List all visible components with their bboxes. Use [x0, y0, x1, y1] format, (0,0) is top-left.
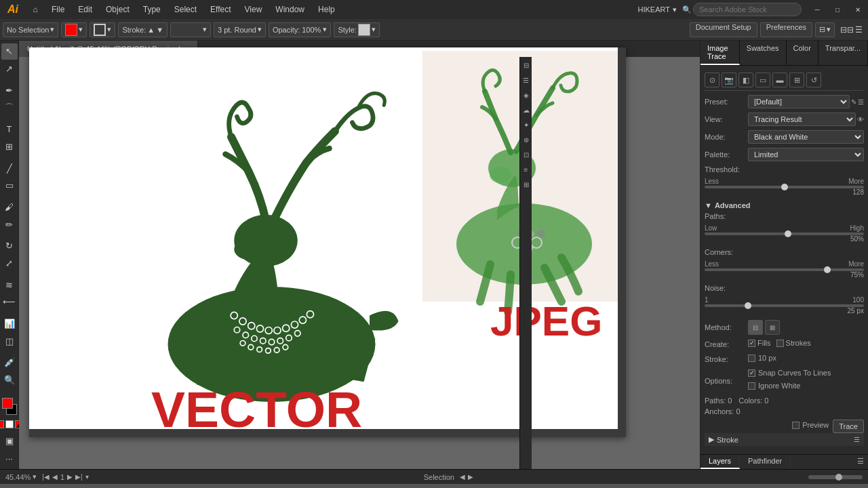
gradient-tool[interactable]: ◫ — [1, 333, 18, 349]
color-chip-red[interactable] — [0, 420, 4, 428]
direct-selection-tool[interactable]: ↗ — [1, 61, 18, 77]
eyedropper-tool[interactable]: 💉 — [1, 354, 18, 371]
pen-tool[interactable]: ✒ — [1, 82, 18, 98]
menu-file[interactable]: File — [45, 0, 71, 19]
preset-menu-icon[interactable]: ☰ — [858, 98, 864, 106]
menu-type[interactable]: Type — [136, 0, 167, 19]
doc-setup-button[interactable]: Document Setup — [690, 22, 757, 37]
zoom-tool[interactable]: 🔍 — [1, 372, 18, 388]
zoom-control[interactable]: 45.44% ▾ — [5, 472, 37, 481]
method-btn1[interactable]: ⊟ — [748, 320, 763, 335]
stroke-color[interactable]: ▾ — [90, 22, 115, 37]
trace-auto-icon[interactable]: ⊙ — [705, 73, 719, 87]
pathfinder-icon[interactable]: ⊞ — [521, 179, 532, 190]
fill-chip[interactable] — [2, 398, 13, 409]
trace-lines-icon[interactable]: ▬ — [772, 73, 787, 87]
prev-page-icon[interactable]: ◀ — [52, 473, 58, 481]
arrange-icons[interactable]: ⊟ ▾ — [815, 22, 835, 37]
trace-outline-icon[interactable]: ▭ — [755, 73, 770, 87]
trace-bw-icon[interactable]: ◧ — [738, 73, 753, 87]
advanced-section[interactable]: ▼ Advanced — [705, 201, 864, 209]
fill-color[interactable]: ▾ — [61, 22, 87, 37]
minimize-button[interactable]: ─ — [807, 0, 827, 19]
scale-tool[interactable]: ⤢ — [1, 256, 18, 272]
trace-button[interactable]: Trace — [833, 420, 864, 433]
palette-dropdown[interactable]: Limited — [748, 148, 864, 161]
tab-color[interactable]: Color — [787, 41, 818, 65]
noise-thumb[interactable] — [745, 302, 751, 309]
rotate-tool[interactable]: ↻ — [1, 238, 18, 254]
curvature-tool[interactable]: ⌒ — [1, 100, 18, 116]
stroke-menu-icon[interactable]: ☰ — [854, 436, 860, 443]
libraries-icon[interactable]: ☁ — [521, 104, 532, 115]
area-type-tool[interactable]: ⊞ — [1, 139, 18, 155]
pencil-tool[interactable]: ✏ — [1, 216, 18, 232]
strokes-checkbox[interactable] — [776, 340, 784, 347]
next-artboard-icon[interactable]: ▶ — [468, 473, 473, 481]
layers-tab[interactable]: Layers — [701, 455, 740, 469]
vertical-scrollbar[interactable] — [618, 47, 626, 437]
preview-checkbox[interactable] — [792, 422, 800, 429]
preset-dropdown[interactable]: [Default] — [748, 95, 850, 108]
eye-icon[interactable]: 👁 — [857, 116, 864, 123]
ignore-checkbox[interactable] — [748, 382, 755, 390]
properties-icon[interactable]: ◈ — [521, 89, 532, 100]
view-dropdown[interactable]: Tracing Result — [748, 113, 856, 126]
mode-dropdown[interactable]: Black and White — [748, 130, 864, 144]
method-btn2[interactable]: ⊠ — [765, 320, 780, 335]
layers-icon[interactable]: ☰ — [521, 75, 532, 85]
selection-dropdown[interactable]: No Selection ▾ — [3, 22, 58, 37]
menu-object[interactable]: Object — [99, 0, 136, 19]
prev-artboard-icon[interactable]: ◀ — [460, 473, 465, 481]
paintbrush-tool[interactable]: 🖌 — [1, 199, 18, 216]
fills-checkbox[interactable]: ✓ — [748, 340, 755, 347]
tab-image-trace[interactable]: Image Trace — [701, 41, 740, 65]
line-tool[interactable]: ╱ — [1, 160, 18, 176]
artboard-icon[interactable]: ⊟ — [521, 60, 532, 70]
selection-tool[interactable]: ↖ — [1, 43, 18, 60]
menu-edit[interactable]: Edit — [71, 0, 99, 19]
search-input[interactable] — [693, 3, 802, 16]
graph-tool[interactable]: 📊 — [1, 316, 18, 332]
draw-normal[interactable]: ▣ — [1, 432, 18, 449]
pathfinder-tab[interactable]: Pathfinder — [740, 455, 791, 469]
first-page-icon[interactable]: |◀ — [42, 473, 50, 481]
close-button[interactable]: ✕ — [848, 0, 868, 19]
menu-effect[interactable]: Effect — [203, 0, 237, 19]
tab-transparency[interactable]: Transpar... — [818, 41, 868, 65]
warp-tool[interactable]: ≋ — [1, 277, 18, 293]
stroke-section-header[interactable]: ▶ Stroke ☰ — [705, 433, 864, 446]
canvas-document[interactable]: VECTOR — [29, 47, 626, 437]
brush-icon[interactable]: ✦ — [521, 119, 532, 130]
next-page-icon[interactable]: ▶ — [67, 473, 73, 481]
rect-tool[interactable]: ▭ — [1, 178, 18, 194]
preferences-button[interactable]: Preferences — [760, 22, 812, 37]
maximize-button[interactable]: □ — [827, 0, 848, 19]
last-page-icon[interactable]: ▶| — [75, 473, 83, 481]
stroke-style-dropdown[interactable]: ▾ — [170, 22, 211, 37]
transform-icon[interactable]: ⊡ — [521, 149, 532, 160]
menu-window[interactable]: Window — [269, 0, 311, 19]
trace-reset-icon[interactable]: ↺ — [806, 73, 821, 87]
align-icon[interactable]: ≡ — [521, 164, 532, 175]
color-chip-white[interactable] — [5, 420, 14, 428]
menu-help[interactable]: Help — [311, 0, 342, 19]
menu-select[interactable]: Select — [167, 0, 203, 19]
zoom-slider[interactable] — [808, 475, 863, 479]
trace-tech-icon[interactable]: ⊞ — [789, 73, 804, 87]
home-button[interactable]: ⌂ — [26, 0, 45, 19]
tab-swatches[interactable]: Swatches — [740, 41, 787, 65]
menu-view[interactable]: View — [238, 0, 269, 19]
stroke-size-dropdown[interactable]: 3 pt. Round ▾ — [214, 22, 266, 37]
trace-photo-icon[interactable]: 📷 — [722, 73, 736, 87]
type-tool[interactable]: T — [1, 121, 18, 138]
more-tools-button[interactable]: ··· — [1, 450, 18, 466]
width-tool[interactable]: ⟵ — [1, 294, 18, 310]
panel-gear-icon[interactable]: ☰ — [853, 455, 868, 469]
snap-checkbox[interactable]: ✓ — [748, 369, 755, 377]
symbols-icon[interactable]: ⊛ — [521, 134, 532, 145]
paths-thumb[interactable] — [785, 230, 791, 237]
zoom-slider-thumb[interactable] — [835, 474, 842, 481]
stroke-ctrl-checkbox[interactable] — [748, 354, 755, 362]
panel-toggles[interactable]: ⊟⊟ ☰ — [837, 25, 865, 35]
